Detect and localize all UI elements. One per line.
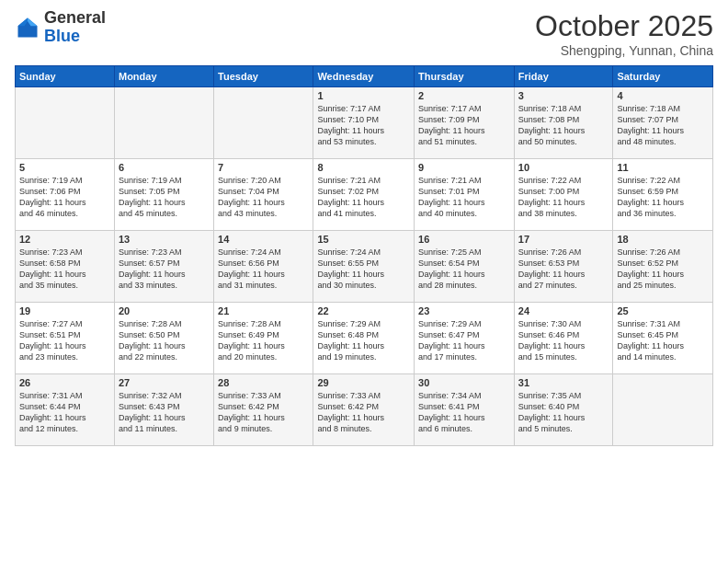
- weekday-header-thursday: Thursday: [415, 66, 515, 87]
- month-title: October 2025: [535, 9, 713, 43]
- calendar-cell: 8Sunrise: 7:21 AM Sunset: 7:02 PM Daylig…: [313, 159, 415, 231]
- weekday-header-wednesday: Wednesday: [313, 66, 415, 87]
- day-info: Sunrise: 7:22 AM Sunset: 6:59 PM Dayligh…: [617, 175, 709, 220]
- calendar-cell: 21Sunrise: 7:28 AM Sunset: 6:49 PM Dayli…: [214, 303, 313, 374]
- day-info: Sunrise: 7:17 AM Sunset: 7:10 PM Dayligh…: [317, 103, 410, 148]
- location: Shengping, Yunnan, China: [535, 43, 713, 58]
- calendar-cell: 5Sunrise: 7:19 AM Sunset: 7:06 PM Daylig…: [16, 159, 115, 231]
- calendar-cell: 24Sunrise: 7:30 AM Sunset: 6:46 PM Dayli…: [514, 303, 613, 374]
- day-number: 3: [518, 90, 609, 101]
- calendar-cell: 16Sunrise: 7:25 AM Sunset: 6:54 PM Dayli…: [415, 231, 515, 303]
- day-info: Sunrise: 7:23 AM Sunset: 6:57 PM Dayligh…: [119, 247, 210, 292]
- day-number: 26: [19, 377, 110, 388]
- day-number: 10: [518, 162, 609, 173]
- calendar-cell: [16, 87, 115, 159]
- week-row-2: 5Sunrise: 7:19 AM Sunset: 7:06 PM Daylig…: [16, 159, 713, 231]
- day-info: Sunrise: 7:21 AM Sunset: 7:02 PM Dayligh…: [317, 175, 410, 220]
- calendar-cell: 31Sunrise: 7:35 AM Sunset: 6:40 PM Dayli…: [514, 374, 613, 446]
- day-number: 14: [218, 234, 309, 245]
- day-number: 23: [418, 305, 510, 316]
- day-number: 25: [617, 305, 709, 316]
- day-number: 13: [119, 234, 210, 245]
- calendar-cell: 14Sunrise: 7:24 AM Sunset: 6:56 PM Dayli…: [214, 231, 313, 303]
- calendar-cell: 11Sunrise: 7:22 AM Sunset: 6:59 PM Dayli…: [613, 159, 713, 231]
- day-info: Sunrise: 7:19 AM Sunset: 7:06 PM Dayligh…: [19, 175, 110, 220]
- day-number: 19: [19, 305, 110, 316]
- calendar-cell: 3Sunrise: 7:18 AM Sunset: 7:08 PM Daylig…: [514, 87, 613, 159]
- day-info: Sunrise: 7:27 AM Sunset: 6:51 PM Dayligh…: [19, 318, 110, 363]
- calendar-cell: 18Sunrise: 7:26 AM Sunset: 6:52 PM Dayli…: [613, 231, 713, 303]
- day-info: Sunrise: 7:18 AM Sunset: 7:08 PM Dayligh…: [518, 103, 609, 148]
- day-info: Sunrise: 7:23 AM Sunset: 6:58 PM Dayligh…: [19, 247, 110, 292]
- calendar-cell: 9Sunrise: 7:21 AM Sunset: 7:01 PM Daylig…: [415, 159, 515, 231]
- calendar-cell: 4Sunrise: 7:18 AM Sunset: 7:07 PM Daylig…: [613, 87, 713, 159]
- logo-icon: [15, 15, 40, 40]
- calendar-cell: 7Sunrise: 7:20 AM Sunset: 7:04 PM Daylig…: [214, 159, 313, 231]
- day-info: Sunrise: 7:30 AM Sunset: 6:46 PM Dayligh…: [518, 318, 609, 363]
- day-info: Sunrise: 7:28 AM Sunset: 6:49 PM Dayligh…: [218, 318, 309, 363]
- calendar-cell: 15Sunrise: 7:24 AM Sunset: 6:55 PM Dayli…: [313, 231, 415, 303]
- day-number: 15: [317, 234, 410, 245]
- weekday-header-row: SundayMondayTuesdayWednesdayThursdayFrid…: [16, 66, 713, 87]
- calendar-cell: 22Sunrise: 7:29 AM Sunset: 6:48 PM Dayli…: [313, 303, 415, 374]
- day-info: Sunrise: 7:32 AM Sunset: 6:43 PM Dayligh…: [119, 390, 210, 435]
- day-info: Sunrise: 7:35 AM Sunset: 6:40 PM Dayligh…: [518, 390, 609, 435]
- calendar-cell: 6Sunrise: 7:19 AM Sunset: 7:05 PM Daylig…: [114, 159, 213, 231]
- day-info: Sunrise: 7:24 AM Sunset: 6:55 PM Dayligh…: [317, 247, 410, 292]
- day-number: 16: [418, 234, 510, 245]
- day-number: 28: [218, 377, 309, 388]
- calendar-cell: [114, 87, 213, 159]
- day-info: Sunrise: 7:31 AM Sunset: 6:45 PM Dayligh…: [617, 318, 709, 363]
- day-info: Sunrise: 7:29 AM Sunset: 6:48 PM Dayligh…: [317, 318, 410, 363]
- day-number: 30: [418, 377, 510, 388]
- day-info: Sunrise: 7:25 AM Sunset: 6:54 PM Dayligh…: [418, 247, 510, 292]
- weekday-header-tuesday: Tuesday: [214, 66, 313, 87]
- day-number: 12: [19, 234, 110, 245]
- day-info: Sunrise: 7:31 AM Sunset: 6:44 PM Dayligh…: [19, 390, 110, 435]
- header: General Blue October 2025 Shengping, Yun…: [15, 9, 713, 58]
- day-number: 2: [418, 90, 510, 101]
- day-number: 1: [317, 90, 410, 101]
- day-number: 17: [518, 234, 609, 245]
- day-number: 11: [617, 162, 709, 173]
- calendar-cell: 26Sunrise: 7:31 AM Sunset: 6:44 PM Dayli…: [16, 374, 115, 446]
- day-info: Sunrise: 7:19 AM Sunset: 7:05 PM Dayligh…: [119, 175, 210, 220]
- day-number: 22: [317, 305, 410, 316]
- day-number: 8: [317, 162, 410, 173]
- calendar-cell: 13Sunrise: 7:23 AM Sunset: 6:57 PM Dayli…: [114, 231, 213, 303]
- day-number: 6: [119, 162, 210, 173]
- calendar-cell: [613, 374, 713, 446]
- calendar-cell: 28Sunrise: 7:33 AM Sunset: 6:42 PM Dayli…: [214, 374, 313, 446]
- day-number: 31: [518, 377, 609, 388]
- week-row-4: 19Sunrise: 7:27 AM Sunset: 6:51 PM Dayli…: [16, 303, 713, 374]
- calendar-cell: 19Sunrise: 7:27 AM Sunset: 6:51 PM Dayli…: [16, 303, 115, 374]
- day-number: 9: [418, 162, 510, 173]
- day-info: Sunrise: 7:26 AM Sunset: 6:52 PM Dayligh…: [617, 247, 709, 292]
- weekday-header-monday: Monday: [114, 66, 213, 87]
- calendar-cell: 25Sunrise: 7:31 AM Sunset: 6:45 PM Dayli…: [613, 303, 713, 374]
- day-info: Sunrise: 7:33 AM Sunset: 6:42 PM Dayligh…: [218, 390, 309, 435]
- calendar-cell: 29Sunrise: 7:33 AM Sunset: 6:42 PM Dayli…: [313, 374, 415, 446]
- day-number: 24: [518, 305, 609, 316]
- calendar: SundayMondayTuesdayWednesdayThursdayFrid…: [15, 65, 713, 446]
- day-number: 7: [218, 162, 309, 173]
- day-number: 20: [119, 305, 210, 316]
- day-info: Sunrise: 7:29 AM Sunset: 6:47 PM Dayligh…: [418, 318, 510, 363]
- day-number: 5: [19, 162, 110, 173]
- day-number: 27: [119, 377, 210, 388]
- calendar-cell: 17Sunrise: 7:26 AM Sunset: 6:53 PM Dayli…: [514, 231, 613, 303]
- week-row-1: 1Sunrise: 7:17 AM Sunset: 7:10 PM Daylig…: [16, 87, 713, 159]
- page: General Blue October 2025 Shengping, Yun…: [0, 0, 728, 563]
- title-block: October 2025 Shengping, Yunnan, China: [535, 9, 713, 58]
- day-info: Sunrise: 7:20 AM Sunset: 7:04 PM Dayligh…: [218, 175, 309, 220]
- day-info: Sunrise: 7:17 AM Sunset: 7:09 PM Dayligh…: [418, 103, 510, 148]
- calendar-cell: 30Sunrise: 7:34 AM Sunset: 6:41 PM Dayli…: [415, 374, 515, 446]
- day-info: Sunrise: 7:21 AM Sunset: 7:01 PM Dayligh…: [418, 175, 510, 220]
- day-info: Sunrise: 7:18 AM Sunset: 7:07 PM Dayligh…: [617, 103, 709, 148]
- weekday-header-saturday: Saturday: [613, 66, 713, 87]
- day-info: Sunrise: 7:24 AM Sunset: 6:56 PM Dayligh…: [218, 247, 309, 292]
- day-info: Sunrise: 7:34 AM Sunset: 6:41 PM Dayligh…: [418, 390, 510, 435]
- calendar-cell: [214, 87, 313, 159]
- day-info: Sunrise: 7:28 AM Sunset: 6:50 PM Dayligh…: [119, 318, 210, 363]
- calendar-cell: 27Sunrise: 7:32 AM Sunset: 6:43 PM Dayli…: [114, 374, 213, 446]
